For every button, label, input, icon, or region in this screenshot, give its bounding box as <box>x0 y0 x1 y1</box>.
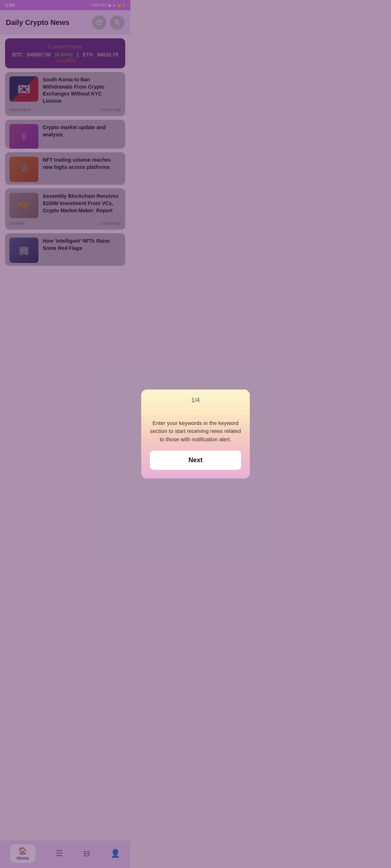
modal-overlay: 1/4 Enter your keywords in the keyword s… <box>0 0 130 295</box>
